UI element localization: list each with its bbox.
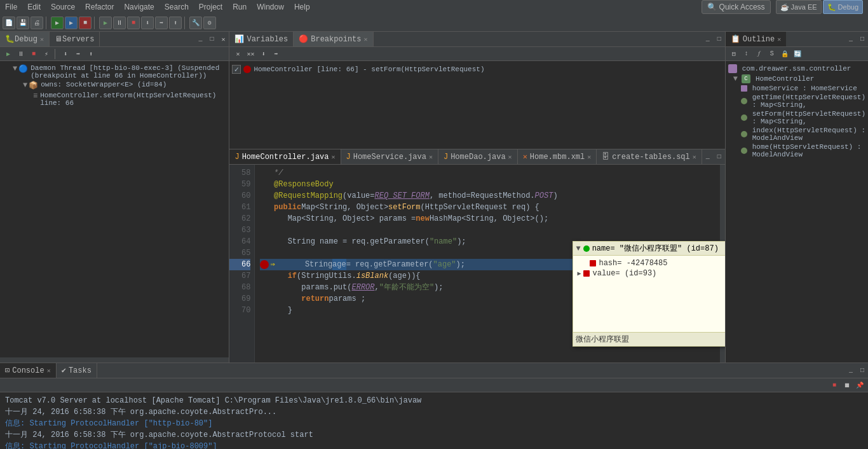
stepreturn-button[interactable]: ⬆ xyxy=(169,17,182,29)
bp-stepover-btn[interactable]: ➡ xyxy=(270,48,281,60)
console-pin-btn[interactable]: 📌 xyxy=(854,380,865,391)
run-button[interactable]: ▶ xyxy=(51,17,64,29)
menu-run[interactable]: Run xyxy=(227,1,252,13)
editor-tab-homecontroller[interactable]: J HomeController.java ✕ xyxy=(229,149,341,164)
thread-item-main[interactable]: ▼ 🔵 Daemon Thread [http-bio-80-exec-3] (… xyxy=(3,64,226,80)
editor-tab-close-1[interactable]: ✕ xyxy=(429,153,433,161)
outline-min[interactable]: _ xyxy=(845,34,857,45)
menu-edit[interactable]: Edit xyxy=(22,1,46,13)
suspend-button[interactable]: ⏸ xyxy=(113,17,126,29)
bp-removeall-btn[interactable]: ✕✕ xyxy=(245,48,256,60)
save-button[interactable]: 💾 xyxy=(17,17,29,29)
outline-hide-fields-btn[interactable]: 𝑓 xyxy=(754,48,765,60)
debug-scrollbar-h[interactable] xyxy=(0,357,229,363)
toolbar-btn-6[interactable]: ⚙ xyxy=(203,17,216,29)
tooltip-body: hash= -42478485 ▶ value= (id=93) xyxy=(573,256,724,332)
outline-method-index[interactable]: index(HttpServletRequest) : ModelAndView xyxy=(728,126,865,142)
console-tab-close[interactable]: ✕ xyxy=(47,367,51,375)
editor-tab-sql[interactable]: 🗄 create-tables.sql ✕ xyxy=(597,149,702,164)
debug-tab-close[interactable]: ✕ xyxy=(40,36,44,43)
debug-minimize[interactable]: _ xyxy=(194,34,206,45)
outline-method-index-label: index(HttpServletRequest) : ModelAndView xyxy=(752,127,865,142)
outline-hide-nonpublic-btn[interactable]: 🔒 xyxy=(779,48,790,60)
tooltip-item-value[interactable]: ▶ value= (id=93) xyxy=(576,268,724,279)
outline-max[interactable]: □ xyxy=(857,34,868,45)
outline-icon: 📋 xyxy=(731,34,740,44)
tab-debug[interactable]: 🐛 Debug ✕ xyxy=(0,32,50,46)
debug-suspend-btn[interactable]: ⏸ xyxy=(15,48,27,60)
stop-button[interactable]: ■ xyxy=(79,17,92,29)
console-clear-btn[interactable]: ■ xyxy=(829,380,840,391)
console-stop-btn[interactable]: ⏹ xyxy=(841,380,853,391)
terminate-button[interactable]: ■ xyxy=(127,17,140,29)
tab-breakpoints[interactable]: 🔴 Breakpoints ✕ xyxy=(294,32,373,46)
thread-item-owns[interactable]: ▼ 📦 owns: SocketWrapper<E> (id=84) xyxy=(3,80,226,91)
bp-remove-btn[interactable]: ✕ xyxy=(232,48,243,60)
stepinto-button[interactable]: ⬇ xyxy=(141,17,154,29)
console-min[interactable]: _ xyxy=(845,365,857,376)
toolbar-btn-5[interactable]: 🔧 xyxy=(189,17,202,29)
console-max[interactable]: □ xyxy=(857,365,868,376)
outline-class[interactable]: ▼ C HomeController xyxy=(728,74,865,84)
varbp-max[interactable]: □ xyxy=(714,34,725,45)
menu-help[interactable]: Help xyxy=(289,1,315,13)
menu-refactor[interactable]: Refactor xyxy=(80,1,119,13)
menu-window[interactable]: Window xyxy=(252,1,289,13)
editor-max[interactable]: □ xyxy=(714,151,725,163)
quick-access-box[interactable]: 🔍 Quick Access xyxy=(702,0,771,14)
debug-stepreturn-btn[interactable]: ⬆ xyxy=(85,48,97,60)
new-button[interactable]: 📄 xyxy=(3,17,15,29)
tab-tasks[interactable]: ✔ Tasks xyxy=(57,363,97,378)
editor-tab-close-4[interactable]: ✕ xyxy=(693,153,696,161)
arrow-marker: ⇒ xyxy=(270,259,275,270)
outline-method-home[interactable]: home(HttpServletRequest) : ModelAndView xyxy=(728,142,865,159)
editor-tab-homeservice[interactable]: J HomeService.java ✕ xyxy=(341,149,438,164)
outline-hide-static-btn[interactable]: S xyxy=(766,48,778,60)
editor-min[interactable]: _ xyxy=(702,151,714,163)
debug-resume-btn[interactable]: ▶ xyxy=(3,48,14,60)
menu-file[interactable]: File xyxy=(0,1,22,13)
bp-item-1[interactable]: ✓ HomeController [line: 66] - setForm(Ht… xyxy=(232,64,722,75)
menu-navigate[interactable]: Navigate xyxy=(119,1,159,13)
stepover-button[interactable]: ➡ xyxy=(155,17,168,29)
outline-method-setform[interactable]: setForm(HttpServletRequest) : Map<String… xyxy=(728,109,865,126)
editor-tab-homedao[interactable]: J HomeDao.java ✕ xyxy=(438,149,518,164)
editor-tab-close-2[interactable]: ✕ xyxy=(508,153,512,161)
variable-tooltip: ▼ name= "微信小程序联盟" (id=87) hash= -4247848… xyxy=(573,241,724,347)
editor-tab-close-3[interactable]: ✕ xyxy=(587,153,591,161)
outline-tab-close[interactable]: ✕ xyxy=(777,36,781,43)
menu-source[interactable]: Source xyxy=(46,1,80,13)
outline-field-homeservice[interactable]: homeService : HomeService xyxy=(728,84,865,93)
editor-tab-home-mbm[interactable]: ✕ Home.mbm.xml ✕ xyxy=(518,149,597,164)
editor-tab-close-0[interactable]: ✕ xyxy=(331,153,335,161)
debug-maximize[interactable]: □ xyxy=(206,34,217,45)
tab-outline[interactable]: 📋 Outline ✕ xyxy=(726,32,786,46)
menu-search[interactable]: Search xyxy=(159,1,194,13)
debug-disconnect-btn[interactable]: ⚡ xyxy=(41,48,52,60)
menu-project[interactable]: Project xyxy=(194,1,227,13)
tab-variables[interactable]: 📊 Variables xyxy=(229,32,294,46)
outline-collapse-btn[interactable]: ⊟ xyxy=(728,48,740,60)
thread-item-frame[interactable]: ≡ HomeController.setForm(HttpServletRequ… xyxy=(3,91,226,107)
debug-stepinto-btn[interactable]: ⬇ xyxy=(60,48,71,60)
resume-button[interactable]: ▶ xyxy=(99,17,112,29)
tab-console[interactable]: ⊡ Console ✕ xyxy=(0,363,57,378)
outline-class-name: HomeController xyxy=(756,75,814,83)
value-expand-icon[interactable]: ▶ xyxy=(577,270,581,277)
outline-sync-btn[interactable]: 🔄 xyxy=(792,48,803,60)
perspective-debug[interactable]: 🐛 Debug xyxy=(823,0,863,14)
perspective-java-ee[interactable]: ☕ Java EE xyxy=(776,0,822,14)
debug-terminate-btn[interactable]: ■ xyxy=(28,48,39,60)
bp-stepinto-btn[interactable]: ⬇ xyxy=(257,48,269,60)
tab-servers[interactable]: 🖥 Servers xyxy=(50,32,100,46)
varbp-min[interactable]: _ xyxy=(702,34,714,45)
bp-tab-close[interactable]: ✕ xyxy=(363,36,367,43)
debug-close[interactable]: ✕ xyxy=(217,34,229,45)
debug-run-button[interactable]: ▶ xyxy=(65,17,78,29)
tooltip-expand-icon[interactable]: ▼ xyxy=(576,244,580,253)
debug-stepover-btn[interactable]: ➡ xyxy=(72,48,84,60)
bp-checkbox-1[interactable]: ✓ xyxy=(232,65,241,74)
outline-sort-btn[interactable]: ↕ xyxy=(741,48,752,60)
print-button[interactable]: 🖨 xyxy=(31,17,43,29)
outline-method-gettime[interactable]: getTime(HttpServletRequest) : Map<String… xyxy=(728,93,865,109)
